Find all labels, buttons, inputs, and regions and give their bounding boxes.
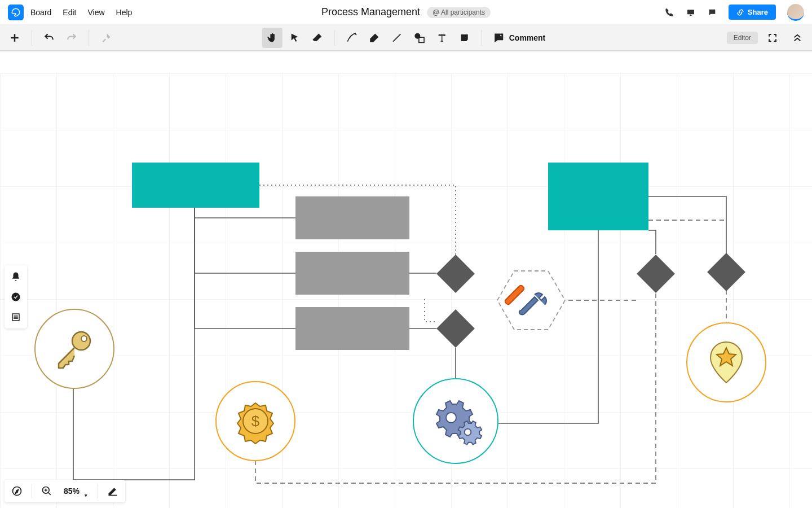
toolbar-right: Editor bbox=[727, 28, 807, 48]
diagram-svg[interactable]: $ bbox=[0, 51, 812, 508]
shape-tool[interactable] bbox=[409, 28, 430, 48]
pointer-tool[interactable] bbox=[285, 28, 305, 48]
app-logo[interactable] bbox=[8, 5, 24, 20]
svg-point-12 bbox=[446, 413, 456, 423]
fullscreen-icon[interactable] bbox=[762, 28, 783, 48]
svg-rect-2 bbox=[419, 37, 424, 42]
editor-mode-pill[interactable]: Editor bbox=[727, 32, 758, 44]
svg-point-13 bbox=[465, 429, 471, 436]
bottom-bar: 85% bbox=[5, 480, 125, 502]
edit-mode-icon[interactable] bbox=[105, 483, 121, 499]
user-avatar[interactable] bbox=[787, 4, 804, 21]
svg-text:$: $ bbox=[251, 413, 260, 430]
format-painter-tool[interactable] bbox=[96, 28, 116, 48]
menu-bar: Board Edit View Help Process Management … bbox=[0, 0, 812, 25]
line-tool[interactable] bbox=[387, 28, 407, 48]
comment-label: Comment bbox=[509, 33, 546, 42]
node-gray-2[interactable] bbox=[295, 252, 409, 295]
menu-view[interactable]: View bbox=[87, 8, 104, 17]
comment-button[interactable]: Comment bbox=[489, 32, 550, 43]
zoom-in-icon[interactable] bbox=[39, 483, 55, 499]
participants-pill[interactable]: @ All participants bbox=[427, 7, 491, 18]
compass-icon[interactable] bbox=[9, 483, 25, 499]
board-title[interactable]: Process Management bbox=[321, 6, 420, 18]
toolbar-center: Comment bbox=[262, 28, 550, 48]
zoom-level[interactable]: 85% bbox=[61, 487, 82, 496]
hand-tool[interactable] bbox=[262, 28, 283, 48]
toolbar: Comment Editor bbox=[0, 25, 812, 51]
undo-tool[interactable] bbox=[39, 28, 59, 48]
left-rail bbox=[5, 265, 27, 329]
present-icon[interactable] bbox=[686, 7, 696, 17]
node-teal-2[interactable] bbox=[548, 163, 648, 230]
add-tool[interactable] bbox=[5, 28, 25, 48]
share-label: Share bbox=[748, 8, 768, 16]
notifications-icon[interactable] bbox=[8, 269, 24, 284]
node-gray-1[interactable] bbox=[295, 196, 409, 239]
node-money[interactable]: $ bbox=[216, 382, 295, 461]
menu-center: Process Management @ All participants bbox=[321, 6, 491, 18]
node-key[interactable] bbox=[35, 309, 114, 388]
approve-icon[interactable] bbox=[8, 289, 24, 305]
node-gears[interactable] bbox=[413, 379, 498, 463]
node-tools[interactable] bbox=[497, 271, 565, 330]
svg-point-15 bbox=[12, 293, 20, 301]
text-tool[interactable] bbox=[432, 28, 452, 48]
node-teal-1[interactable] bbox=[132, 163, 259, 208]
svg-point-7 bbox=[81, 336, 87, 341]
svg-point-6 bbox=[72, 332, 90, 350]
menu-edit[interactable]: Edit bbox=[63, 8, 76, 17]
canvas[interactable]: $ bbox=[0, 51, 812, 508]
node-gray-3[interactable] bbox=[295, 307, 409, 350]
diamond-4[interactable] bbox=[707, 253, 745, 291]
chat-icon[interactable] bbox=[707, 7, 717, 17]
diamond-1[interactable] bbox=[436, 255, 475, 293]
share-button[interactable]: Share bbox=[729, 5, 776, 20]
main-menu: Board Edit View Help bbox=[30, 8, 132, 17]
menu-right: Share bbox=[664, 4, 804, 21]
list-icon[interactable] bbox=[8, 309, 24, 325]
diamond-2[interactable] bbox=[436, 309, 475, 348]
collapse-icon[interactable] bbox=[787, 28, 807, 48]
diamond-3[interactable] bbox=[637, 255, 675, 293]
menu-help[interactable]: Help bbox=[116, 8, 133, 17]
note-tool[interactable] bbox=[454, 28, 475, 48]
call-icon[interactable] bbox=[664, 7, 674, 17]
marker-tool[interactable] bbox=[364, 28, 385, 48]
node-star-pin[interactable] bbox=[687, 323, 766, 402]
redo-tool[interactable] bbox=[61, 28, 82, 48]
menu-board[interactable]: Board bbox=[30, 8, 51, 17]
svg-rect-0 bbox=[687, 10, 694, 14]
pen-tool[interactable] bbox=[342, 28, 362, 48]
eraser-tool[interactable] bbox=[307, 28, 328, 48]
